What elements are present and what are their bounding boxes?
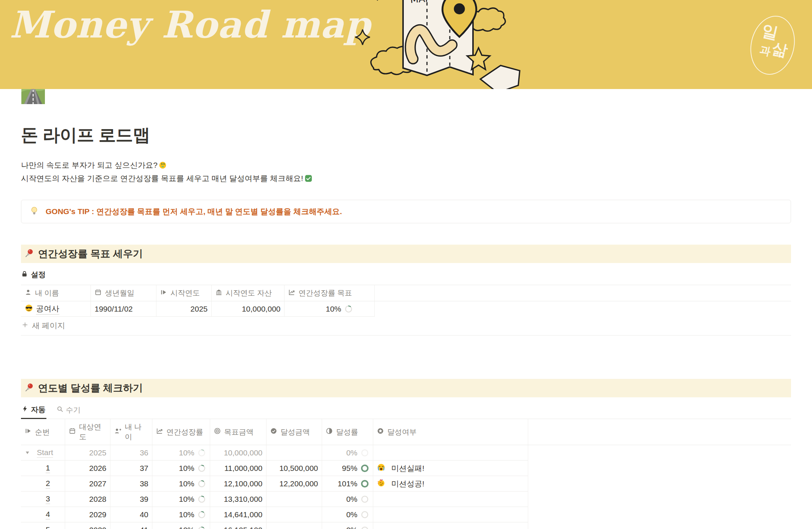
- partying-face-emoji: [377, 479, 385, 489]
- age-cell[interactable]: 41: [110, 522, 152, 529]
- yearly-table-row[interactable]: 520304110% 16,105,1000%: [21, 522, 528, 529]
- page-link[interactable]: 1: [46, 464, 50, 473]
- money-mouth-face-emoji: $$: [159, 161, 167, 173]
- growth-cell[interactable]: 10%: [152, 507, 210, 522]
- progress-ring-icon: [344, 305, 353, 313]
- year-cell[interactable]: 2029: [65, 507, 110, 522]
- order-cell[interactable]: 5: [21, 522, 65, 529]
- target-amount-cell[interactable]: 13,310,000: [210, 491, 266, 507]
- yearly-table-row[interactable]: 120263710% 11,000,00010,500,00095% 미션실패!: [21, 461, 528, 476]
- page-link[interactable]: Start: [37, 448, 53, 458]
- growth-cell[interactable]: 10%: [152, 522, 210, 529]
- growth-cell[interactable]: 10%: [152, 476, 210, 491]
- growth-cell[interactable]: 10%: [152, 491, 210, 507]
- order-cell[interactable]: 1: [21, 461, 65, 476]
- start-year-cell[interactable]: 2025: [156, 301, 212, 317]
- year-cell[interactable]: 2025: [65, 445, 110, 461]
- column-header[interactable]: 달성여부: [373, 419, 528, 445]
- rate-cell[interactable]: 101%: [322, 476, 373, 491]
- year-cell[interactable]: 2028: [65, 491, 110, 507]
- person-plus-icon: [114, 427, 121, 436]
- growth-cell[interactable]: 10%: [152, 445, 210, 461]
- target-amount-cell[interactable]: 12,100,000: [210, 476, 266, 491]
- birth-cell[interactable]: 1990/11/02: [91, 301, 156, 317]
- age-cell[interactable]: 37: [110, 461, 152, 476]
- rate-cell[interactable]: 0%: [322, 491, 373, 507]
- column-header[interactable]: 내 나이: [110, 419, 152, 445]
- page-link[interactable]: 4: [46, 510, 50, 519]
- achieved-amount-cell[interactable]: 12,200,000: [266, 476, 322, 491]
- view-tab-settings[interactable]: 설정: [21, 270, 791, 280]
- growth-cell[interactable]: 10%: [152, 461, 210, 476]
- yearly-table-header: 순번 대상연도 내 나이 연간성장률 목표금액 달성금액 달성률 달성여부: [21, 419, 528, 445]
- yearly-table-row[interactable]: Start20253610% 10,000,0000%: [21, 445, 528, 461]
- growth-target-cell[interactable]: 10%: [285, 301, 375, 317]
- view-tabs: 자동 수기: [21, 403, 791, 419]
- column-header[interactable]: 내 이름: [21, 285, 91, 301]
- age-cell[interactable]: 39: [110, 491, 152, 507]
- new-page-button[interactable]: 새 페이지: [21, 317, 791, 335]
- rate-cell[interactable]: 0%: [322, 522, 373, 529]
- play-icon: [160, 289, 167, 298]
- page-link[interactable]: 3: [46, 494, 50, 504]
- status-cell[interactable]: 미션실패!: [373, 461, 528, 476]
- year-cell[interactable]: 2030: [65, 522, 110, 529]
- column-header[interactable]: 달성금액: [266, 419, 322, 445]
- age-cell[interactable]: 36: [110, 445, 152, 461]
- play-icon: [25, 427, 32, 436]
- progress-ring-icon: [197, 464, 206, 473]
- page-link[interactable]: 5: [46, 525, 50, 529]
- growth-goal-table-row[interactable]: 공여사 1990/11/02 2025 10,000,000 10%: [21, 301, 375, 317]
- order-cell[interactable]: 4: [21, 507, 65, 522]
- page-link[interactable]: 2: [46, 479, 50, 489]
- target-amount-cell[interactable]: 14,641,000: [210, 507, 266, 522]
- status-cell[interactable]: [373, 522, 528, 529]
- status-cell[interactable]: [373, 507, 528, 522]
- name-cell[interactable]: 공여사: [21, 301, 91, 317]
- achieved-amount-cell[interactable]: [266, 491, 322, 507]
- status-cell[interactable]: [373, 491, 528, 507]
- status-cell[interactable]: [373, 445, 528, 461]
- trend-up-icon: [288, 289, 295, 298]
- column-header[interactable]: 목표금액: [210, 419, 266, 445]
- achieved-amount-cell[interactable]: [266, 522, 322, 529]
- column-header[interactable]: 생년월일: [91, 285, 156, 301]
- year-cell[interactable]: 2027: [65, 476, 110, 491]
- age-cell[interactable]: 40: [110, 507, 152, 522]
- age-cell[interactable]: 38: [110, 476, 152, 491]
- achieved-amount-cell[interactable]: [266, 445, 322, 461]
- progress-ring-icon: [360, 448, 369, 457]
- rate-cell[interactable]: 0%: [322, 445, 373, 461]
- column-header[interactable]: 달성률: [322, 419, 373, 445]
- achieved-amount-cell[interactable]: 10,500,000: [266, 461, 322, 476]
- target-amount-cell[interactable]: 10,000,000: [210, 445, 266, 461]
- yearly-table-row[interactable]: 220273810% 12,100,00012,200,000101% 미션성공…: [21, 476, 528, 491]
- page-link[interactable]: 공여사: [36, 303, 59, 315]
- triangle-down-icon[interactable]: [25, 448, 30, 457]
- achieved-amount-cell[interactable]: [266, 507, 322, 522]
- target-amount-cell[interactable]: 16,105,100: [210, 522, 266, 529]
- yearly-table-row[interactable]: 320283910% 13,310,0000%: [21, 491, 528, 507]
- progress-ring-icon: [360, 526, 369, 529]
- yearly-table-row[interactable]: 420294010% 14,641,0000%: [21, 507, 528, 522]
- order-cell[interactable]: 3: [21, 491, 65, 507]
- column-header[interactable]: 연간성장률 목표: [285, 285, 375, 301]
- order-cell[interactable]: 2: [21, 476, 65, 491]
- target-amount-cell[interactable]: 11,000,000: [210, 461, 266, 476]
- tab-auto[interactable]: 자동: [21, 403, 46, 419]
- rate-cell[interactable]: 95%: [322, 461, 373, 476]
- tab-manual[interactable]: 수기: [56, 403, 81, 419]
- order-cell[interactable]: Start: [21, 445, 65, 461]
- column-header[interactable]: 대상연도: [65, 419, 110, 445]
- description-line: 시작연도의 자산을 기준으로 연간성장률 목표를 세우고 매년 달성여부를 체크…: [21, 173, 791, 186]
- column-header[interactable]: 시작연도 자산: [212, 285, 285, 301]
- column-header[interactable]: 순번: [21, 419, 65, 445]
- year-cell[interactable]: 2026: [65, 461, 110, 476]
- rate-cell[interactable]: 0%: [322, 507, 373, 522]
- status-cell[interactable]: 미션성공!: [373, 476, 528, 491]
- column-header[interactable]: 연간성장률: [152, 419, 210, 445]
- section-header-growth-goal: 연간성장률 목표 세우기: [21, 245, 791, 263]
- start-assets-cell[interactable]: 10,000,000: [212, 301, 285, 317]
- tip-callout: GONG's TIP : 연간성장률 목표를 먼저 세우고, 매년 말 연도별 …: [21, 200, 791, 223]
- column-header[interactable]: 시작연도: [156, 285, 212, 301]
